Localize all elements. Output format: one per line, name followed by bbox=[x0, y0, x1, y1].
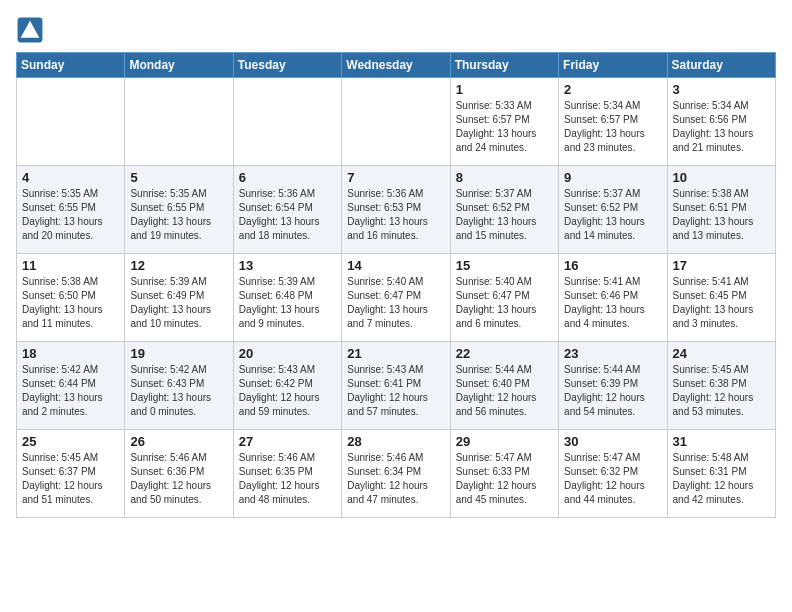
day-number: 31 bbox=[673, 434, 770, 449]
day-number: 5 bbox=[130, 170, 227, 185]
weekday-header: Thursday bbox=[450, 53, 558, 78]
calendar-cell: 8Sunrise: 5:37 AM Sunset: 6:52 PM Daylig… bbox=[450, 166, 558, 254]
weekday-header: Sunday bbox=[17, 53, 125, 78]
day-number: 23 bbox=[564, 346, 661, 361]
day-info: Sunrise: 5:41 AM Sunset: 6:45 PM Dayligh… bbox=[673, 275, 770, 331]
calendar-cell: 24Sunrise: 5:45 AM Sunset: 6:38 PM Dayli… bbox=[667, 342, 775, 430]
day-number: 30 bbox=[564, 434, 661, 449]
day-info: Sunrise: 5:46 AM Sunset: 6:36 PM Dayligh… bbox=[130, 451, 227, 507]
day-number: 25 bbox=[22, 434, 119, 449]
day-info: Sunrise: 5:40 AM Sunset: 6:47 PM Dayligh… bbox=[456, 275, 553, 331]
calendar-cell: 15Sunrise: 5:40 AM Sunset: 6:47 PM Dayli… bbox=[450, 254, 558, 342]
day-number: 1 bbox=[456, 82, 553, 97]
weekday-header: Friday bbox=[559, 53, 667, 78]
calendar-cell: 20Sunrise: 5:43 AM Sunset: 6:42 PM Dayli… bbox=[233, 342, 341, 430]
calendar-cell: 12Sunrise: 5:39 AM Sunset: 6:49 PM Dayli… bbox=[125, 254, 233, 342]
day-info: Sunrise: 5:37 AM Sunset: 6:52 PM Dayligh… bbox=[456, 187, 553, 243]
day-info: Sunrise: 5:37 AM Sunset: 6:52 PM Dayligh… bbox=[564, 187, 661, 243]
logo bbox=[16, 16, 48, 44]
calendar-cell bbox=[233, 78, 341, 166]
calendar-table: SundayMondayTuesdayWednesdayThursdayFrid… bbox=[16, 52, 776, 518]
day-info: Sunrise: 5:43 AM Sunset: 6:42 PM Dayligh… bbox=[239, 363, 336, 419]
day-info: Sunrise: 5:34 AM Sunset: 6:56 PM Dayligh… bbox=[673, 99, 770, 155]
calendar-week-row: 11Sunrise: 5:38 AM Sunset: 6:50 PM Dayli… bbox=[17, 254, 776, 342]
weekday-header: Monday bbox=[125, 53, 233, 78]
logo-icon bbox=[16, 16, 44, 44]
weekday-header: Saturday bbox=[667, 53, 775, 78]
calendar-cell: 18Sunrise: 5:42 AM Sunset: 6:44 PM Dayli… bbox=[17, 342, 125, 430]
calendar-cell: 13Sunrise: 5:39 AM Sunset: 6:48 PM Dayli… bbox=[233, 254, 341, 342]
day-info: Sunrise: 5:34 AM Sunset: 6:57 PM Dayligh… bbox=[564, 99, 661, 155]
calendar-cell: 9Sunrise: 5:37 AM Sunset: 6:52 PM Daylig… bbox=[559, 166, 667, 254]
day-info: Sunrise: 5:38 AM Sunset: 6:51 PM Dayligh… bbox=[673, 187, 770, 243]
calendar-cell bbox=[17, 78, 125, 166]
day-number: 22 bbox=[456, 346, 553, 361]
day-info: Sunrise: 5:35 AM Sunset: 6:55 PM Dayligh… bbox=[130, 187, 227, 243]
day-number: 29 bbox=[456, 434, 553, 449]
weekday-header: Wednesday bbox=[342, 53, 450, 78]
day-number: 7 bbox=[347, 170, 444, 185]
day-info: Sunrise: 5:36 AM Sunset: 6:53 PM Dayligh… bbox=[347, 187, 444, 243]
day-info: Sunrise: 5:40 AM Sunset: 6:47 PM Dayligh… bbox=[347, 275, 444, 331]
calendar-week-row: 25Sunrise: 5:45 AM Sunset: 6:37 PM Dayli… bbox=[17, 430, 776, 518]
calendar-cell: 26Sunrise: 5:46 AM Sunset: 6:36 PM Dayli… bbox=[125, 430, 233, 518]
day-number: 6 bbox=[239, 170, 336, 185]
calendar-cell bbox=[342, 78, 450, 166]
day-number: 18 bbox=[22, 346, 119, 361]
calendar-cell: 7Sunrise: 5:36 AM Sunset: 6:53 PM Daylig… bbox=[342, 166, 450, 254]
calendar-cell: 30Sunrise: 5:47 AM Sunset: 6:32 PM Dayli… bbox=[559, 430, 667, 518]
calendar-cell: 6Sunrise: 5:36 AM Sunset: 6:54 PM Daylig… bbox=[233, 166, 341, 254]
day-info: Sunrise: 5:36 AM Sunset: 6:54 PM Dayligh… bbox=[239, 187, 336, 243]
day-number: 4 bbox=[22, 170, 119, 185]
day-info: Sunrise: 5:48 AM Sunset: 6:31 PM Dayligh… bbox=[673, 451, 770, 507]
calendar-cell bbox=[125, 78, 233, 166]
day-number: 12 bbox=[130, 258, 227, 273]
day-number: 27 bbox=[239, 434, 336, 449]
day-info: Sunrise: 5:45 AM Sunset: 6:37 PM Dayligh… bbox=[22, 451, 119, 507]
day-info: Sunrise: 5:45 AM Sunset: 6:38 PM Dayligh… bbox=[673, 363, 770, 419]
calendar-cell: 10Sunrise: 5:38 AM Sunset: 6:51 PM Dayli… bbox=[667, 166, 775, 254]
calendar-cell: 28Sunrise: 5:46 AM Sunset: 6:34 PM Dayli… bbox=[342, 430, 450, 518]
day-number: 13 bbox=[239, 258, 336, 273]
weekday-header: Tuesday bbox=[233, 53, 341, 78]
day-info: Sunrise: 5:35 AM Sunset: 6:55 PM Dayligh… bbox=[22, 187, 119, 243]
calendar-cell: 27Sunrise: 5:46 AM Sunset: 6:35 PM Dayli… bbox=[233, 430, 341, 518]
day-number: 20 bbox=[239, 346, 336, 361]
day-number: 11 bbox=[22, 258, 119, 273]
calendar-cell: 1Sunrise: 5:33 AM Sunset: 6:57 PM Daylig… bbox=[450, 78, 558, 166]
calendar-cell: 14Sunrise: 5:40 AM Sunset: 6:47 PM Dayli… bbox=[342, 254, 450, 342]
day-number: 2 bbox=[564, 82, 661, 97]
day-number: 21 bbox=[347, 346, 444, 361]
day-number: 9 bbox=[564, 170, 661, 185]
calendar-cell: 5Sunrise: 5:35 AM Sunset: 6:55 PM Daylig… bbox=[125, 166, 233, 254]
day-number: 24 bbox=[673, 346, 770, 361]
day-info: Sunrise: 5:44 AM Sunset: 6:40 PM Dayligh… bbox=[456, 363, 553, 419]
day-number: 10 bbox=[673, 170, 770, 185]
calendar-cell: 21Sunrise: 5:43 AM Sunset: 6:41 PM Dayli… bbox=[342, 342, 450, 430]
day-info: Sunrise: 5:43 AM Sunset: 6:41 PM Dayligh… bbox=[347, 363, 444, 419]
calendar-cell: 17Sunrise: 5:41 AM Sunset: 6:45 PM Dayli… bbox=[667, 254, 775, 342]
calendar-cell: 2Sunrise: 5:34 AM Sunset: 6:57 PM Daylig… bbox=[559, 78, 667, 166]
calendar-week-row: 18Sunrise: 5:42 AM Sunset: 6:44 PM Dayli… bbox=[17, 342, 776, 430]
day-number: 14 bbox=[347, 258, 444, 273]
calendar-cell: 19Sunrise: 5:42 AM Sunset: 6:43 PM Dayli… bbox=[125, 342, 233, 430]
day-info: Sunrise: 5:42 AM Sunset: 6:44 PM Dayligh… bbox=[22, 363, 119, 419]
day-number: 8 bbox=[456, 170, 553, 185]
header bbox=[16, 16, 776, 44]
day-number: 17 bbox=[673, 258, 770, 273]
calendar-cell: 23Sunrise: 5:44 AM Sunset: 6:39 PM Dayli… bbox=[559, 342, 667, 430]
calendar-cell: 4Sunrise: 5:35 AM Sunset: 6:55 PM Daylig… bbox=[17, 166, 125, 254]
calendar-cell: 22Sunrise: 5:44 AM Sunset: 6:40 PM Dayli… bbox=[450, 342, 558, 430]
day-info: Sunrise: 5:47 AM Sunset: 6:32 PM Dayligh… bbox=[564, 451, 661, 507]
day-info: Sunrise: 5:39 AM Sunset: 6:49 PM Dayligh… bbox=[130, 275, 227, 331]
calendar-cell: 29Sunrise: 5:47 AM Sunset: 6:33 PM Dayli… bbox=[450, 430, 558, 518]
day-info: Sunrise: 5:33 AM Sunset: 6:57 PM Dayligh… bbox=[456, 99, 553, 155]
calendar-cell: 11Sunrise: 5:38 AM Sunset: 6:50 PM Dayli… bbox=[17, 254, 125, 342]
day-number: 3 bbox=[673, 82, 770, 97]
day-number: 15 bbox=[456, 258, 553, 273]
calendar-week-row: 1Sunrise: 5:33 AM Sunset: 6:57 PM Daylig… bbox=[17, 78, 776, 166]
calendar-cell: 31Sunrise: 5:48 AM Sunset: 6:31 PM Dayli… bbox=[667, 430, 775, 518]
day-info: Sunrise: 5:42 AM Sunset: 6:43 PM Dayligh… bbox=[130, 363, 227, 419]
calendar-cell: 16Sunrise: 5:41 AM Sunset: 6:46 PM Dayli… bbox=[559, 254, 667, 342]
calendar-week-row: 4Sunrise: 5:35 AM Sunset: 6:55 PM Daylig… bbox=[17, 166, 776, 254]
